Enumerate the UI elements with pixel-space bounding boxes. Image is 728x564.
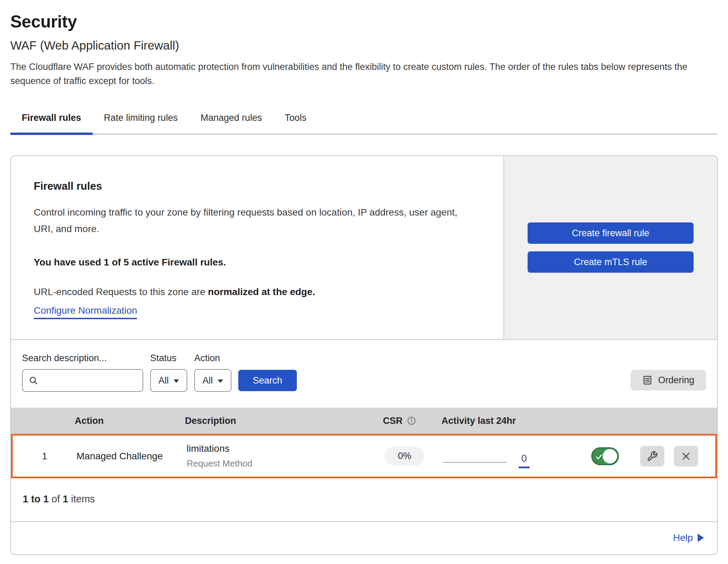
- waf-tabs: Firewall rules Rate limiting rules Manag…: [10, 111, 718, 135]
- activity-sparkline: [443, 462, 507, 463]
- info-icon[interactable]: [407, 416, 416, 426]
- pagination-summary: 1 to 1 of 1 items: [11, 478, 717, 521]
- rule-activity-cell: 0: [443, 453, 545, 468]
- usage-summary: You have used 1 of 5 active Firewall rul…: [34, 257, 481, 268]
- normalization-text: URL-encoded Requests to this zone are: [34, 286, 208, 297]
- column-header-description: Description: [185, 416, 383, 426]
- pagination-items-word: items: [68, 493, 95, 504]
- rule-description-cell: limitations Request Method: [187, 443, 385, 469]
- tab-managed-rules[interactable]: Managed rules: [189, 111, 273, 134]
- status-selected-value: All: [158, 375, 169, 386]
- configure-normalization-link[interactable]: Configure Normalization: [34, 305, 137, 319]
- csr-badge: 0%: [385, 447, 425, 466]
- action-selected-value: All: [202, 375, 213, 386]
- column-header-action: Action: [75, 416, 185, 426]
- action-label: Action: [194, 353, 231, 364]
- tab-tools[interactable]: Tools: [273, 111, 318, 134]
- search-label: Search description...: [22, 353, 143, 364]
- chevron-down-icon: [218, 379, 223, 383]
- rule-description: limitations: [187, 443, 385, 454]
- actions-panel: Create firewall rule Create mTLS rule: [503, 156, 717, 339]
- ordering-list-icon: [642, 375, 653, 385]
- card-description: Control incoming traffic to your zone by…: [34, 204, 478, 237]
- pagination-range: 1 to 1: [23, 493, 49, 504]
- search-input[interactable]: [39, 370, 137, 391]
- filter-group: Search description... Status: [22, 353, 297, 392]
- column-header-activity: Activity last 24hr: [441, 416, 543, 426]
- page-description: The Cloudflare WAF provides both automat…: [10, 60, 716, 88]
- activity-count-link[interactable]: 0: [519, 453, 530, 468]
- security-waf-page: Security WAF (Web Application Firewall) …: [0, 0, 728, 564]
- help-bar: Help: [11, 521, 717, 554]
- normalization-note: URL-encoded Requests to this zone are no…: [34, 286, 481, 297]
- table-row[interactable]: 1 Managed Challenge limitations Request …: [11, 434, 717, 478]
- help-label: Help: [673, 532, 693, 543]
- page-subtitle: WAF (Web Application Firewall): [10, 39, 718, 52]
- status-filter: Status All: [150, 353, 187, 392]
- tab-rate-limiting-rules[interactable]: Rate limiting rules: [93, 111, 189, 134]
- firewall-rules-info: Firewall rules Control incoming traffic …: [11, 156, 503, 339]
- normalization-bold-text: normalized at the edge.: [208, 286, 315, 297]
- card-heading: Firewall rules: [34, 180, 481, 192]
- toggle-knob: [603, 449, 617, 463]
- page-title: Security: [10, 12, 718, 32]
- search-box[interactable]: [22, 369, 143, 392]
- chevron-down-icon: [174, 379, 179, 383]
- rule-csr-cell: 0%: [385, 447, 443, 466]
- edit-rule-button[interactable]: [640, 446, 664, 467]
- ordering-button[interactable]: Ordering: [631, 370, 706, 390]
- firewall-rules-card: Firewall rules Control incoming traffic …: [11, 156, 717, 340]
- delete-rule-button[interactable]: [674, 446, 698, 467]
- check-icon: [595, 453, 603, 461]
- pagination-total: 1: [63, 493, 68, 504]
- rule-description-sub: Request Method: [187, 458, 385, 469]
- column-header-csr: CSR: [383, 416, 441, 426]
- filter-toolbar: Search description... Status: [11, 340, 717, 408]
- search-button[interactable]: Search: [238, 370, 297, 391]
- ordering-label: Ordering: [658, 375, 694, 386]
- create-firewall-rule-button[interactable]: Create firewall rule: [528, 222, 694, 244]
- create-mtls-rule-button[interactable]: Create mTLS rule: [528, 251, 694, 273]
- rule-action: Managed Challenge: [76, 451, 187, 462]
- tab-firewall-rules[interactable]: Firewall rules: [10, 111, 93, 134]
- rules-table-header: Action Description CSR Activity last 24h…: [11, 408, 717, 434]
- close-icon: [681, 451, 691, 461]
- help-arrow-icon: [698, 534, 704, 542]
- status-select[interactable]: All: [150, 369, 187, 392]
- pagination-of: of: [49, 493, 63, 504]
- action-filter: Action All: [194, 353, 231, 392]
- rule-enabled-toggle[interactable]: [591, 447, 619, 465]
- wrench-icon: [647, 451, 658, 462]
- help-link[interactable]: Help: [673, 532, 704, 543]
- action-select[interactable]: All: [194, 369, 231, 392]
- rule-priority: 1: [13, 451, 76, 462]
- csr-header-label: CSR: [383, 416, 403, 426]
- search-filter: Search description...: [22, 353, 143, 392]
- firewall-rules-container: Firewall rules Control incoming traffic …: [10, 155, 718, 555]
- status-label: Status: [150, 353, 187, 364]
- search-icon: [28, 375, 39, 386]
- rule-controls: [545, 446, 715, 467]
